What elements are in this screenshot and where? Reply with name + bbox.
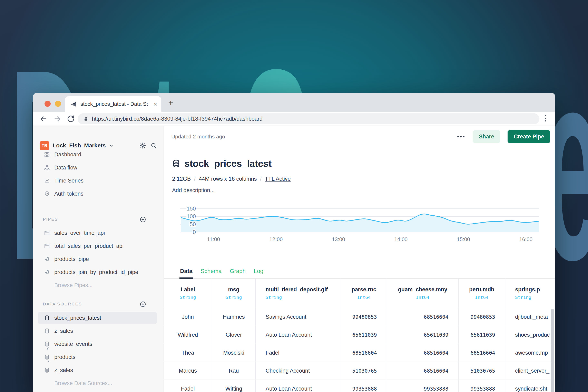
table-cell: djibouti_meta — [505, 308, 555, 326]
share-button[interactable]: Share — [473, 130, 500, 143]
sidebar-pipe-products_pipe[interactable]: products_pipe — [33, 252, 164, 266]
table-cell: 65611039 — [458, 326, 505, 344]
lock-icon — [83, 116, 88, 122]
table-row: JohnHammesSavings Account994808536851660… — [164, 308, 555, 326]
table-scrollbar[interactable] — [551, 309, 554, 392]
pipes-section-header: PIPES — [43, 217, 58, 222]
browse-pipes-link[interactable]: Browse Pipes... — [33, 279, 164, 292]
forward-icon[interactable] — [53, 114, 62, 123]
sidebar-item-label: z_sales — [54, 328, 73, 334]
tinybird-app: TB Lock_Fish_Markets DashboardDat — [33, 126, 555, 392]
column-header-springs.p[interactable]: springs.pString — [505, 279, 555, 308]
ttl-status-link[interactable]: TTL Active — [265, 176, 291, 182]
svg-text:16:00: 16:00 — [519, 236, 532, 242]
sidebar-item-label: sales_over_time_api — [54, 230, 105, 236]
table-cell: 65611039 — [387, 326, 458, 344]
column-name: peru.mdb — [469, 286, 494, 293]
db-bolt-icon — [44, 341, 50, 347]
sidebar-datasource-z_sales[interactable]: z_sales — [33, 364, 164, 377]
page-title: stock_prices_latest — [184, 158, 272, 169]
add-description-field[interactable]: Add description... — [172, 187, 215, 194]
sidebar-item-label: products_join_by_product_id_pipe — [54, 269, 138, 276]
table-cell: Marcus — [164, 362, 212, 380]
tab-schema[interactable]: Schema — [200, 264, 222, 278]
tab-close-icon[interactable]: × — [154, 101, 157, 107]
sidebar-nav: DashboardData flowTime SeriesAuth tokens — [33, 148, 164, 200]
more-options-icon[interactable] — [456, 134, 465, 140]
table-cell: client_server_ — [505, 362, 555, 380]
desktop-background: DataSource stock_prices_latest - Data So… — [0, 0, 588, 392]
column-header-Label[interactable]: LabelString — [164, 279, 212, 308]
tab-graph[interactable]: Graph — [229, 264, 246, 278]
table-cell: 68516604 — [458, 344, 505, 362]
column-header-multi_tiered_deposit.gif[interactable]: multi_tiered_deposit.gifString — [256, 279, 341, 308]
db-icon — [44, 315, 50, 321]
column-header-guam_cheese.mny[interactable]: guam_cheese.mnyInt64 — [387, 279, 458, 308]
sidebar-pipe-sales_over_time_api[interactable]: sales_over_time_api — [33, 226, 164, 240]
back-icon[interactable] — [39, 114, 48, 123]
table-row: FadelWittingAuto Loan Account99353888993… — [164, 380, 555, 392]
sidebar-datasource-products[interactable]: products — [33, 350, 164, 364]
browse-datasources-link[interactable]: Browse Data Sources... — [33, 377, 164, 390]
sidebar-datasource-z_sales[interactable]: z_sales — [33, 324, 164, 338]
table-cell: 68516604 — [387, 344, 458, 362]
sidebar-nav-Auth tokens[interactable]: Auth tokens — [33, 187, 164, 200]
add-datasource-icon[interactable] — [140, 301, 146, 308]
main-content: Updated 2 months ago Share Create Pipe s… — [164, 126, 555, 392]
database-icon — [172, 159, 181, 168]
sidebar-item-label: stock_prices_latest — [54, 315, 101, 321]
size-stat: 2.12GB — [172, 176, 191, 182]
sidebar-item-label: website_events — [54, 341, 92, 347]
db-icon — [44, 328, 50, 334]
sidebar-item-label: products_pipe — [54, 256, 89, 262]
column-header-parse.rnc[interactable]: parse.rncInt64 — [341, 279, 387, 308]
sidebar-pipe-total_sales_per_product_api[interactable]: total_sales_per_product_api — [33, 240, 164, 252]
column-name: multi_tiered_deposit.gif — [266, 286, 328, 293]
column-name: msg — [228, 286, 240, 293]
refresh-icon[interactable] — [66, 114, 75, 123]
tab-data[interactable]: Data — [180, 264, 193, 278]
browser-tab[interactable]: stock_prices_latest - Data Sour × — [65, 96, 161, 112]
endpoint-icon — [44, 243, 50, 249]
table-cell: 99480853 — [458, 308, 505, 326]
svg-text:14:00: 14:00 — [394, 236, 408, 242]
sidebar-datasource-website_events[interactable]: website_events — [33, 338, 164, 350]
table-cell: Rau — [212, 362, 256, 380]
sidebar-nav-Time Series[interactable]: Time Series — [33, 174, 164, 187]
table-cell: 99353888 — [341, 380, 387, 392]
browser-window: stock_prices_latest - Data Sour × + http… — [33, 93, 555, 392]
sidebar-datasource-stock_prices_latest[interactable]: stock_prices_latest — [33, 311, 164, 324]
minimize-window-button[interactable] — [55, 101, 61, 107]
svg-text:12:00: 12:00 — [269, 236, 282, 242]
pipe-icon — [44, 269, 50, 275]
updated-link[interactable]: 2 months ago — [193, 134, 225, 140]
datasource-stats: 2.12GB / 44M rows x 16 columns / TTL Act… — [172, 176, 291, 182]
column-type: String — [266, 295, 282, 300]
sidebar-nav-Data flow[interactable]: Data flow — [33, 161, 164, 174]
table-cell: Thea — [164, 344, 212, 362]
chevron-down-icon — [108, 143, 114, 148]
create-pipe-button[interactable]: Create Pipe — [508, 130, 550, 143]
table-cell: Savings Account — [256, 308, 341, 326]
column-header-peru.mdb[interactable]: peru.mdbInt64 — [458, 279, 505, 308]
table-cell: Witting — [212, 380, 256, 392]
column-header-msg[interactable]: msgString — [212, 279, 256, 308]
table-cell: 51030765 — [341, 362, 387, 380]
url-bar[interactable]: https://ui.tinybird.co/8dae6a-8309-84je-… — [78, 113, 540, 124]
add-pipe-icon[interactable] — [140, 216, 146, 223]
table-cell: 68516604 — [387, 362, 458, 380]
table-cell: 99353888 — [387, 380, 458, 392]
table-cell: Auto Loan Account — [256, 326, 341, 344]
tab-log[interactable]: Log — [253, 264, 264, 278]
new-tab-button[interactable]: + — [168, 99, 173, 107]
updated-prefix: Updated — [171, 134, 191, 140]
datasources-section-header: DATA SOURCES — [43, 302, 82, 306]
column-type: String — [180, 295, 196, 300]
sidebar-nav-Dashboard[interactable]: Dashboard — [33, 148, 164, 161]
table-cell: awesome.mp — [505, 344, 555, 362]
svg-text:11:00: 11:00 — [207, 236, 220, 242]
sidebar-pipe-products_join_by_product_id_pipe[interactable]: products_join_by_product_id_pipe — [33, 266, 164, 279]
browser-menu-icon[interactable] — [545, 115, 546, 122]
close-window-button[interactable] — [44, 101, 51, 107]
table-cell: 68516604 — [387, 308, 458, 326]
